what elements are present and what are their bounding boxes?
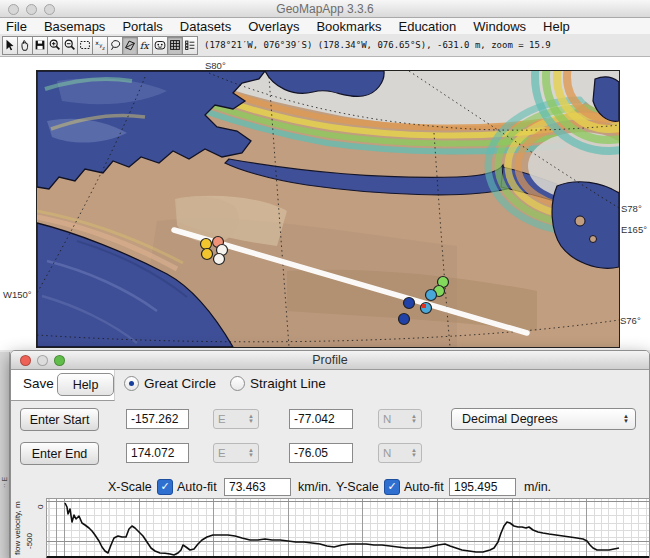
straight-line-radio[interactable]: Straight Line [230, 376, 326, 391]
start-longitude-field[interactable] [126, 409, 189, 429]
data-point-marker[interactable] [201, 239, 212, 250]
pointer-icon [3, 38, 17, 52]
zoom-out-icon [63, 38, 77, 52]
grid-label-s76: S76° [620, 315, 641, 326]
menu-bar: File Basemaps Portals Datasets Overlays … [0, 18, 650, 34]
stepper-arrows-icon: ▲▼ [411, 448, 417, 458]
x-scale-unit: km/in. [298, 480, 331, 494]
menu-datasets[interactable]: Datasets [174, 19, 242, 34]
profile-chart[interactable] [46, 498, 650, 558]
start-lat-hemisphere-select[interactable]: N ▲▼ [378, 409, 422, 429]
fx-icon: fx [138, 38, 152, 52]
x-autofit-label: Auto-fit [177, 480, 217, 494]
profile-window-title: Profile [11, 353, 649, 367]
map-image [37, 71, 619, 347]
end-lon-hemisphere-select[interactable]: E ▲▼ [213, 443, 259, 463]
xyz-icon: xyz [93, 38, 107, 52]
coordinate-format-select[interactable]: Decimal Degrees ▲▼ [451, 408, 636, 430]
start-latitude-field[interactable] [289, 409, 353, 429]
start-lon-hemisphere-select[interactable]: E ▲▼ [213, 409, 259, 429]
menu-bookmarks[interactable]: Bookmarks [310, 19, 392, 34]
hand-icon [18, 38, 32, 52]
digitize-tool-button[interactable] [152, 36, 168, 55]
x-autofit-checkbox[interactable]: ✓ [157, 479, 173, 495]
data-point-marker[interactable] [214, 254, 225, 265]
dashed-rectangle-icon [78, 38, 92, 52]
zoom-box-button[interactable] [77, 36, 93, 55]
stepper-arrows-icon: ▲▼ [248, 414, 254, 424]
end-lat-hemisphere-select[interactable]: N ▲▼ [378, 443, 422, 463]
xyz-tool-button[interactable]: xyz [92, 36, 108, 55]
profile-tool-button[interactable] [122, 36, 138, 55]
y-scale-label: Y-Scale [336, 480, 379, 494]
data-point-marker[interactable] [404, 298, 415, 309]
grid-label-w150: W150° [3, 289, 32, 300]
main-titlebar: GeoMapApp 3.3.6 [0, 0, 650, 18]
x-scale-field[interactable] [224, 478, 291, 496]
help-button[interactable]: Help [57, 373, 114, 396]
menu-portals[interactable]: Portals [116, 19, 173, 34]
chart-plot [47, 499, 650, 556]
chart-y-tick-minus500: -500 [25, 533, 34, 549]
stepper-arrows-icon: ▲▼ [248, 448, 254, 458]
face-icon [153, 38, 167, 52]
data-point-marker[interactable] [399, 314, 410, 325]
occluded-window-edge: ·· E [0, 352, 10, 558]
red-profile-marker [422, 304, 426, 308]
profile-titlebar[interactable]: Profile [11, 351, 649, 370]
layer-list-button[interactable] [182, 36, 198, 55]
save-button[interactable] [32, 36, 48, 55]
combo-arrows-icon: ▲▼ [623, 414, 629, 424]
zoom-in-icon [48, 38, 62, 52]
enter-start-button[interactable]: Enter Start [20, 408, 99, 431]
menu-windows[interactable]: Windows [467, 19, 537, 34]
menu-help[interactable]: Help [537, 19, 581, 34]
enter-end-button[interactable]: Enter End [20, 442, 99, 465]
y-autofit-label: Auto-fit [404, 480, 444, 494]
profile-tool-icon [123, 38, 137, 52]
menu-file[interactable]: File [0, 19, 38, 34]
chart-y-axis-title: flow velocity, m [13, 501, 22, 555]
profile-menu-strip: Save Help [11, 370, 115, 401]
end-latitude-field[interactable] [289, 443, 353, 463]
path-type-radios: Great Circle Straight Line [124, 376, 326, 391]
svg-text:fx: fx [140, 40, 151, 51]
radio-selected-icon [124, 376, 139, 391]
function-tool-button[interactable]: fx [137, 36, 153, 55]
end-longitude-field[interactable] [126, 443, 189, 463]
grid-label-s78: S78° [621, 203, 642, 214]
menu-basemaps[interactable]: Basemaps [38, 19, 116, 34]
menu-overlays[interactable]: Overlays [242, 19, 310, 34]
grid-icon [168, 38, 182, 52]
grid-overlay-button[interactable] [167, 36, 183, 55]
svg-text:z: z [102, 45, 105, 51]
zoom-out-button[interactable] [62, 36, 78, 55]
data-point-marker[interactable] [426, 290, 437, 301]
grid-label-e165: E165° [621, 224, 647, 235]
profile-window: Profile Save Help Great Circle Straight … [10, 350, 650, 558]
save-disk-icon [33, 38, 47, 52]
y-autofit-checkbox[interactable]: ✓ [384, 479, 400, 495]
stepper-arrows-icon: ▲▼ [411, 414, 417, 424]
radio-unselected-icon [230, 376, 245, 391]
check-icon: ✓ [387, 480, 396, 492]
check-icon: ✓ [160, 480, 169, 492]
pan-tool-button[interactable] [17, 36, 33, 55]
x-scale-label: X-Scale [108, 480, 152, 494]
geomapapp-screen: GeoMapApp 3.3.6 File Basemaps Portals Da… [0, 0, 650, 558]
pointer-tool-button[interactable] [2, 36, 18, 55]
save-menu[interactable]: Save [23, 376, 54, 391]
toolbar: xyz fx (178°21′W, 076°39′S) (178.34°W, 0… [0, 34, 650, 57]
zoom-in-button[interactable] [47, 36, 63, 55]
chart-y-tick-zero: 0 [36, 505, 45, 509]
data-point-marker[interactable] [202, 249, 213, 260]
list-icon [183, 38, 197, 52]
great-circle-radio[interactable]: Great Circle [124, 376, 216, 391]
y-scale-field[interactable] [449, 478, 516, 496]
lasso-tool-button[interactable] [107, 36, 123, 55]
menu-education[interactable]: Education [392, 19, 467, 34]
lasso-icon [108, 38, 122, 52]
map-view[interactable] [36, 70, 620, 348]
map-panel: S80° W150° S78° E165° S76° [0, 57, 650, 350]
y-scale-unit: m/in. [524, 480, 551, 494]
